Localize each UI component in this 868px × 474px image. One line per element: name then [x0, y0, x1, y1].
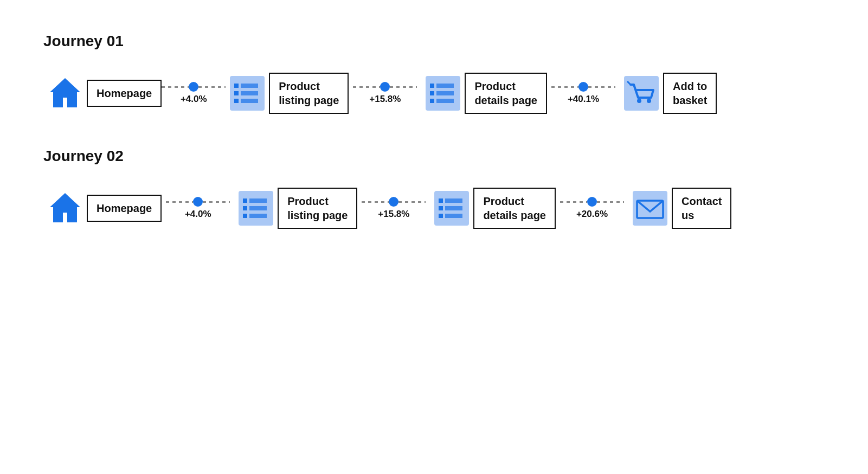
- svg-rect-10: [436, 84, 454, 88]
- basket-label-j1: Add tobasket: [663, 73, 717, 114]
- cart-icon-j1: [620, 72, 663, 115]
- connector-3-j1: +40.1%: [551, 82, 615, 105]
- journey-02-title: Journey 02: [43, 148, 825, 165]
- home-icon-j2: [43, 187, 87, 230]
- listing-label-j2: Productlisting page: [278, 188, 357, 229]
- home-icon-j1: [43, 72, 87, 115]
- connector-2-j1: +15.8%: [353, 82, 417, 105]
- list-icon-j2: [234, 187, 278, 230]
- journey-02-flow: Homepage +4.0%: [43, 187, 825, 230]
- journey-01-flow: Homepage +4.0%: [43, 72, 825, 115]
- pct-1-j1: +4.0%: [181, 94, 207, 105]
- pct-1-j2: +4.0%: [185, 209, 211, 220]
- step-details-j1: Productdetails page: [421, 72, 547, 115]
- svg-rect-24: [249, 206, 267, 210]
- connector-1-j1: +4.0%: [162, 82, 226, 105]
- mail-icon-j2: [628, 187, 672, 230]
- svg-rect-26: [249, 214, 267, 218]
- svg-rect-4: [234, 91, 239, 95]
- svg-point-17: [637, 99, 641, 103]
- step-basket-j1: Add tobasket: [620, 72, 717, 115]
- journey-02-section: Journey 02 Homepage +4.0%: [43, 148, 825, 230]
- svg-rect-22: [249, 198, 267, 203]
- svg-rect-7: [241, 99, 258, 103]
- svg-rect-31: [445, 206, 462, 210]
- pct-3-j2: +20.6%: [576, 209, 608, 220]
- details-label-j2: Productdetails page: [473, 188, 556, 229]
- connector-1-j2: +4.0%: [166, 197, 230, 220]
- listing-label-j1: Productlisting page: [269, 73, 349, 114]
- svg-rect-5: [241, 91, 258, 95]
- svg-rect-23: [243, 206, 247, 210]
- step-homepage-j2: Homepage: [43, 187, 162, 230]
- svg-rect-9: [430, 84, 434, 88]
- svg-rect-14: [436, 99, 454, 103]
- homepage-label-j1: Homepage: [87, 80, 162, 107]
- journey-01-section: Journey 01 Homepage +4.0%: [43, 33, 825, 115]
- svg-rect-15: [624, 76, 659, 111]
- connector-3-j2: +20.6%: [560, 197, 624, 220]
- journey-01-title: Journey 01: [43, 33, 825, 50]
- step-homepage-j1: Homepage: [43, 72, 162, 115]
- list-icon-j1: [226, 72, 269, 115]
- svg-rect-6: [234, 99, 239, 103]
- svg-rect-3: [241, 84, 258, 88]
- svg-rect-30: [439, 206, 443, 210]
- svg-point-18: [647, 99, 651, 103]
- svg-marker-0: [50, 78, 80, 107]
- svg-rect-28: [439, 198, 443, 203]
- svg-rect-33: [445, 214, 462, 218]
- svg-rect-25: [243, 214, 247, 218]
- step-listing-j1: Productlisting page: [226, 72, 349, 115]
- svg-marker-19: [50, 193, 80, 222]
- page-container: Journey 01 Homepage +4.0%: [0, 0, 868, 295]
- details-label-j1: Productdetails page: [465, 73, 547, 114]
- pct-2-j1: +15.8%: [369, 94, 401, 105]
- svg-rect-32: [439, 214, 443, 218]
- details-icon-j2: [430, 187, 473, 230]
- homepage-label-j2: Homepage: [87, 195, 162, 222]
- svg-rect-13: [430, 99, 434, 103]
- step-listing-j2: Productlisting page: [234, 187, 357, 230]
- svg-rect-21: [243, 198, 247, 203]
- contact-label-j2: Contactus: [672, 188, 731, 229]
- details-icon-j1: [421, 72, 465, 115]
- svg-rect-11: [430, 91, 434, 95]
- connector-2-j2: +15.8%: [362, 197, 426, 220]
- svg-rect-29: [445, 198, 462, 203]
- svg-rect-2: [234, 84, 239, 88]
- pct-3-j1: +40.1%: [568, 94, 599, 105]
- step-contact-j2: Contactus: [628, 187, 731, 230]
- step-details-j2: Productdetails page: [430, 187, 556, 230]
- pct-2-j2: +15.8%: [378, 209, 409, 220]
- svg-rect-12: [436, 91, 454, 95]
